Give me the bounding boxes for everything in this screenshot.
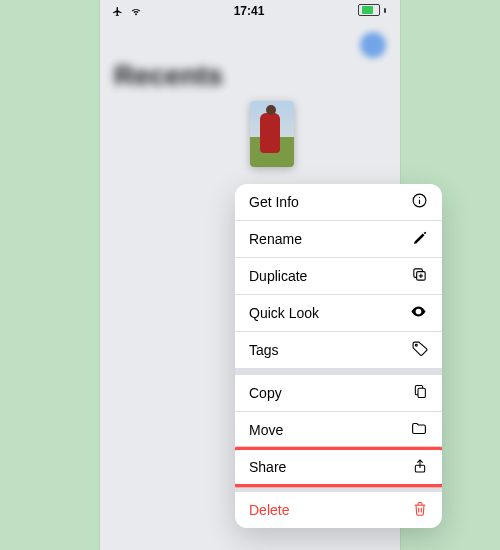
menu-label: Move	[249, 422, 283, 438]
battery-icon	[356, 4, 388, 16]
menu-separator	[235, 368, 442, 375]
menu-label: Copy	[249, 385, 282, 401]
menu-label: Duplicate	[249, 268, 307, 284]
file-thumbnail[interactable]	[250, 101, 294, 167]
context-menu: Get Info Rename Duplicate Quick Look Tag…	[235, 184, 442, 528]
menu-quicklook[interactable]: Quick Look	[235, 294, 442, 331]
menu-share[interactable]: Share	[235, 448, 442, 485]
eye-icon	[409, 303, 428, 323]
menu-label: Share	[249, 459, 286, 475]
menu-move[interactable]: Move	[235, 411, 442, 448]
menu-group-1: Get Info Rename Duplicate Quick Look Tag…	[235, 184, 442, 368]
menu-label: Tags	[249, 342, 279, 358]
share-icon	[412, 457, 428, 478]
menu-copy[interactable]: Copy	[235, 375, 442, 411]
phone-screen: 17:41 Recents Get Info Rename	[100, 0, 400, 550]
airplane-icon	[112, 6, 126, 18]
menu-duplicate[interactable]: Duplicate	[235, 257, 442, 294]
wifi-icon	[130, 6, 142, 18]
pencil-icon	[412, 230, 428, 249]
menu-group-2: Copy Move Share	[235, 375, 442, 485]
menu-tags[interactable]: Tags	[235, 331, 442, 368]
duplicate-icon	[411, 266, 428, 286]
status-right	[354, 4, 390, 18]
menu-label: Delete	[249, 502, 289, 518]
status-time: 17:41	[234, 4, 265, 18]
menu-label: Rename	[249, 231, 302, 247]
tag-icon	[411, 340, 428, 360]
menu-label: Quick Look	[249, 305, 319, 321]
status-bar: 17:41	[100, 0, 400, 22]
folder-icon	[410, 420, 428, 440]
menu-separator	[235, 485, 442, 492]
svg-point-2	[419, 197, 420, 198]
page-title: Recents	[100, 60, 400, 98]
menu-group-3: Delete	[235, 492, 442, 528]
copy-icon	[412, 383, 428, 403]
menu-get-info[interactable]: Get Info	[235, 184, 442, 220]
status-left	[110, 5, 144, 18]
avatar-button[interactable]	[360, 32, 386, 58]
menu-rename[interactable]: Rename	[235, 220, 442, 257]
menu-label: Get Info	[249, 194, 299, 210]
svg-rect-9	[418, 388, 425, 397]
trash-icon	[412, 500, 428, 520]
svg-point-7	[415, 344, 417, 346]
info-icon	[411, 192, 428, 212]
menu-delete[interactable]: Delete	[235, 492, 442, 528]
